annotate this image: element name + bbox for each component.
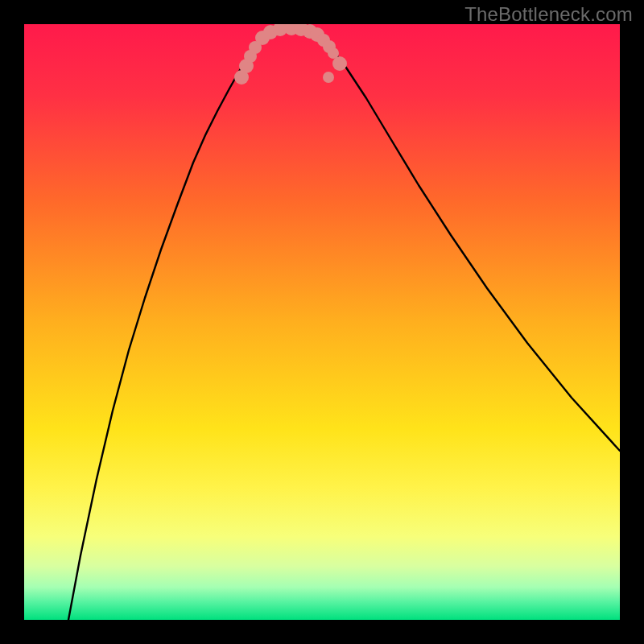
marker-point bbox=[323, 72, 334, 83]
watermark-text: TheBottleneck.com bbox=[464, 3, 633, 26]
chart-svg bbox=[24, 24, 620, 620]
chart-plot-area bbox=[24, 24, 620, 620]
marker-point bbox=[332, 56, 347, 71]
gradient-background bbox=[24, 24, 620, 620]
